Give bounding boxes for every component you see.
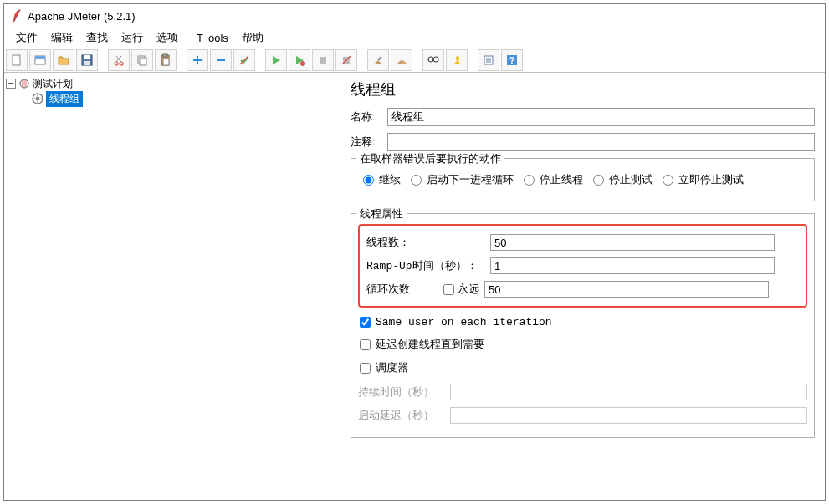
start-button[interactable] bbox=[265, 49, 287, 71]
name-input[interactable] bbox=[387, 108, 815, 126]
threads-label: 线程数： bbox=[366, 235, 490, 250]
clear-button[interactable] bbox=[367, 49, 389, 71]
svg-rect-6 bbox=[84, 61, 90, 65]
loops-label: 循环次数 bbox=[366, 282, 443, 297]
highlight-box: 线程数： Ramp-Up时间（秒）： 循环次数 永远 bbox=[358, 224, 807, 308]
app-feather-icon bbox=[11, 8, 23, 23]
same-user-label: Same user on each iteration bbox=[376, 316, 552, 328]
reset-search-button[interactable] bbox=[446, 49, 468, 71]
svg-rect-21 bbox=[320, 57, 326, 64]
templates-button[interactable] bbox=[29, 49, 51, 71]
svg-point-7 bbox=[115, 62, 118, 65]
menu-run[interactable]: 运行 bbox=[116, 28, 148, 47]
duration-input bbox=[450, 384, 807, 400]
thread-props-legend: 线程属性 bbox=[356, 206, 407, 221]
content-panel: 线程组 名称: 注释: 在取样器错误后要执行的动作 继续 启动下一进程循环 停止… bbox=[340, 73, 825, 500]
menu-help[interactable]: 帮助 bbox=[237, 28, 269, 47]
thread-props-fieldset: 线程属性 线程数： Ramp-Up时间（秒）： 循环次数 永远 bbox=[351, 213, 815, 438]
svg-rect-5 bbox=[84, 55, 90, 59]
menu-search[interactable]: 查找 bbox=[81, 28, 113, 47]
svg-rect-14 bbox=[163, 54, 167, 57]
start-no-pause-button[interactable] bbox=[289, 49, 310, 71]
tree-child-row[interactable]: 线程组 bbox=[6, 91, 338, 106]
svg-point-38 bbox=[36, 97, 40, 101]
tree-root-row[interactable]: − 测试计划 bbox=[6, 76, 338, 91]
forever-checkbox[interactable]: 永远 bbox=[443, 282, 479, 297]
svg-point-20 bbox=[300, 61, 305, 66]
tree-root-label: 测试计划 bbox=[33, 77, 73, 91]
menu-edit[interactable]: 编辑 bbox=[46, 28, 78, 47]
radio-stop-now[interactable]: 立即停止测试 bbox=[663, 172, 744, 187]
svg-point-25 bbox=[428, 57, 433, 62]
clear-all-button[interactable] bbox=[391, 49, 412, 71]
cut-button[interactable] bbox=[108, 49, 130, 71]
menu-file[interactable]: 文件 bbox=[11, 28, 43, 47]
error-action-legend: 在取样器错误后要执行的动作 bbox=[356, 151, 504, 166]
svg-point-26 bbox=[433, 57, 438, 62]
tree-collapse-icon[interactable]: − bbox=[6, 79, 16, 89]
copy-button[interactable] bbox=[131, 49, 153, 71]
error-action-fieldset: 在取样器错误后要执行的动作 继续 启动下一进程循环 停止线程 停止测试 立即停止… bbox=[351, 158, 815, 201]
rampup-input[interactable] bbox=[490, 257, 775, 274]
remove-button[interactable] bbox=[210, 49, 232, 71]
same-user-row[interactable]: Same user on each iteration bbox=[360, 316, 807, 328]
stop-button[interactable] bbox=[312, 49, 334, 71]
new-button[interactable] bbox=[6, 49, 28, 71]
startup-delay-label: 启动延迟（秒） bbox=[358, 408, 450, 423]
search-button[interactable] bbox=[422, 49, 444, 71]
open-button[interactable] bbox=[53, 49, 74, 71]
threads-input[interactable] bbox=[490, 234, 775, 251]
help-button[interactable]: ? bbox=[501, 49, 523, 71]
startup-delay-input bbox=[450, 407, 807, 424]
same-user-checkbox[interactable] bbox=[360, 317, 371, 328]
svg-point-28 bbox=[456, 56, 459, 61]
save-button[interactable] bbox=[76, 49, 98, 71]
title-bar: Apache JMeter (5.2.1) bbox=[4, 4, 825, 28]
threadgroup-icon bbox=[31, 92, 44, 105]
tree-panel: − 测试计划 线程组 bbox=[4, 73, 340, 500]
app-window: Apache JMeter (5.2.1) 文件 编辑 查找 运行 选项 Too… bbox=[3, 3, 826, 501]
svg-line-24 bbox=[378, 57, 381, 60]
svg-rect-3 bbox=[35, 56, 45, 59]
svg-point-8 bbox=[120, 62, 123, 65]
window-title: Apache JMeter (5.2.1) bbox=[28, 10, 136, 23]
add-button[interactable] bbox=[187, 49, 208, 71]
duration-label: 持续时间（秒） bbox=[358, 384, 450, 400]
paste-button[interactable] bbox=[155, 49, 177, 71]
menu-tools[interactable]: Tools bbox=[187, 30, 233, 46]
toggle-button[interactable] bbox=[233, 49, 255, 71]
scheduler-label: 调度器 bbox=[376, 360, 408, 375]
comment-label: 注释: bbox=[351, 135, 387, 150]
panel-title: 线程组 bbox=[351, 79, 815, 99]
testplan-icon bbox=[18, 77, 31, 90]
menu-options[interactable]: 选项 bbox=[151, 28, 183, 47]
scheduler-row[interactable]: 调度器 bbox=[360, 360, 807, 375]
main-area: − 测试计划 线程组 线程组 名称: 注释: 在取样器错误后要执行的动作 bbox=[4, 73, 825, 500]
svg-rect-12 bbox=[140, 58, 146, 65]
radio-continue[interactable]: 继续 bbox=[363, 172, 401, 187]
function-helper-button[interactable] bbox=[478, 49, 499, 71]
shutdown-button[interactable] bbox=[335, 49, 357, 71]
toolbar: ? bbox=[4, 48, 825, 73]
radio-stop-test[interactable]: 停止测试 bbox=[593, 172, 652, 187]
svg-text:?: ? bbox=[509, 55, 515, 65]
tree-child-label: 线程组 bbox=[46, 91, 83, 107]
svg-rect-15 bbox=[163, 59, 169, 65]
scheduler-checkbox[interactable] bbox=[360, 363, 371, 374]
radio-stop-thread[interactable]: 停止线程 bbox=[524, 172, 583, 187]
delay-create-row[interactable]: 延迟创建线程直到需要 bbox=[360, 337, 807, 352]
delay-create-checkbox[interactable] bbox=[360, 339, 371, 350]
name-label: 名称: bbox=[351, 109, 387, 125]
delay-create-label: 延迟创建线程直到需要 bbox=[376, 337, 484, 352]
loops-input[interactable] bbox=[484, 281, 769, 298]
comment-input[interactable] bbox=[387, 133, 815, 151]
menu-bar: 文件 编辑 查找 运行 选项 Tools 帮助 bbox=[4, 28, 825, 48]
radio-next-loop[interactable]: 启动下一进程循环 bbox=[411, 172, 514, 187]
rampup-label: Ramp-Up时间（秒）： bbox=[366, 258, 490, 273]
